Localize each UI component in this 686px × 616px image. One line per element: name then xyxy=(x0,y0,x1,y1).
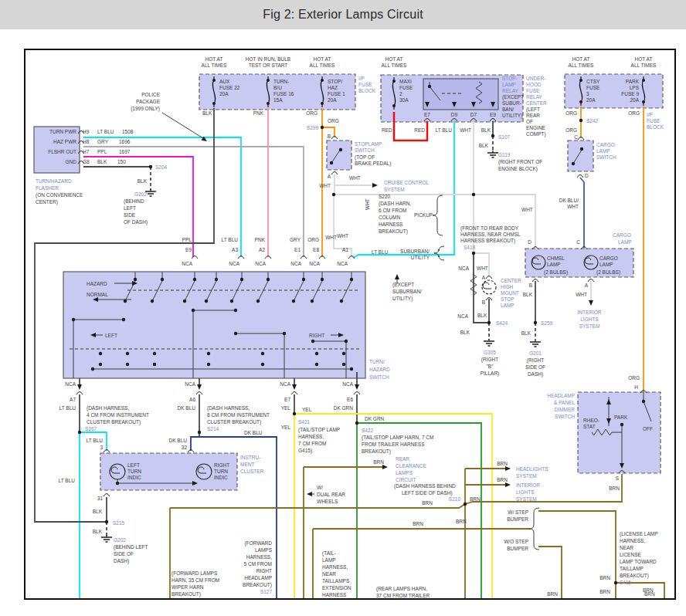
diagram-label: & PANEL xyxy=(554,400,575,405)
diagram-label: WHT xyxy=(460,127,471,133)
diagram-label: NCA xyxy=(337,261,348,266)
junction-dot xyxy=(345,340,348,343)
diagram-label: LEFT xyxy=(127,462,140,468)
diagram-label: GRY xyxy=(97,139,109,144)
diagram-label: FUSE xyxy=(399,85,413,90)
diagram-label: STOP xyxy=(501,296,514,302)
diagram-label: CLEARANCE xyxy=(396,463,426,469)
diagram-label: DASH) xyxy=(528,371,543,377)
junction-dot xyxy=(472,252,475,255)
ground-icon xyxy=(487,151,498,157)
diagram-label: (RIGHT FRONT OF xyxy=(498,159,542,165)
diagram-label: A2 xyxy=(259,247,265,252)
diagram-label: BLK xyxy=(481,127,491,133)
diagram-label: TURN/ xyxy=(369,359,385,364)
junction-dot xyxy=(261,352,264,355)
component-box xyxy=(568,140,593,171)
diagram-label: S415 xyxy=(620,580,632,585)
diagram-label: C xyxy=(574,134,578,140)
diagram-label: TAILLAMPS xyxy=(322,578,350,584)
junction-dot xyxy=(283,332,286,335)
diagram-label: BREAKOUT) xyxy=(243,582,272,588)
diagram-label: A7 xyxy=(70,397,76,402)
diagram-label: CRUISE CONTROL xyxy=(384,180,430,185)
diagram-label: SWITCH xyxy=(369,374,389,380)
diagram-label: YEL xyxy=(281,405,291,411)
diagram-label: CARGO xyxy=(613,232,631,238)
diagram-label: (DASH HARNESS, xyxy=(87,405,129,411)
diagram-label: WHT xyxy=(365,198,370,210)
diagram-label: G202 xyxy=(114,537,126,543)
junction-dot xyxy=(292,300,295,303)
diagram-label: UTILITY xyxy=(411,255,430,260)
diagram-label: BRN xyxy=(599,575,610,580)
diagram-label: (RIGHT xyxy=(527,357,544,364)
diagram-label: HOT IN RUN, BULB xyxy=(246,56,290,62)
diagram-label: ORG xyxy=(628,375,640,381)
diagram-label: BRN xyxy=(456,519,467,524)
diagram-label: ORG xyxy=(565,110,577,116)
diagram-label: LT BLU xyxy=(87,438,104,443)
diagram-label: NCA xyxy=(185,381,195,387)
junction-dot xyxy=(134,278,137,281)
diagram-label: BLOCK xyxy=(647,124,664,130)
diagram-label: INTERIOR xyxy=(577,310,601,315)
diagram-label: NCA xyxy=(229,261,239,266)
diagram-label: BRN xyxy=(422,500,433,506)
fuse-terminal xyxy=(212,102,216,105)
diagram-label: NCA xyxy=(255,261,266,266)
diagram-label: E9 xyxy=(185,247,192,252)
diagram-label: (FORWARD LAMPS xyxy=(172,570,218,577)
diagram-label: BRN xyxy=(497,461,508,466)
brace xyxy=(433,195,443,235)
junction-dot xyxy=(311,340,314,343)
diagram-label: LEFT xyxy=(105,333,117,338)
diagram-label: 4 CM FROM INSTRUMENT xyxy=(87,412,149,418)
arrowhead xyxy=(372,183,378,188)
junction-dot xyxy=(207,352,210,355)
diagram-label: TURN- xyxy=(273,79,289,84)
diagram-label: (FORWARD xyxy=(245,540,273,547)
diagram-label: CLUSTER BREAKOUT) xyxy=(207,419,261,425)
diagram-label: LT BLU xyxy=(436,127,453,133)
diagram-label: 1697 xyxy=(119,149,131,154)
diagram-label: ALL TIMES xyxy=(382,63,408,68)
diagram-label: 20A xyxy=(328,97,337,103)
diagram-label: LAMP xyxy=(599,262,613,267)
wire-brn xyxy=(538,547,562,598)
wiring-diagram: HOT ATALL TIMESHOT IN RUN, BULBTEST OR S… xyxy=(0,0,686,616)
diagram-label: (TAIL/STOP LAMP HARN, 7 CM xyxy=(362,435,433,441)
diagram-label: POLICE xyxy=(141,92,161,97)
junction-dot xyxy=(99,352,102,355)
diagram-label: C xyxy=(576,239,580,245)
diagram-label: BRN xyxy=(497,477,508,482)
junction-dot xyxy=(487,321,491,324)
diagram-label: 2 xyxy=(399,91,402,96)
diagram-label: INDIC xyxy=(127,475,141,480)
diagram-label: (BEHIND xyxy=(124,198,144,205)
diagram-label: RED xyxy=(414,127,425,133)
diagram-label: RIGHT xyxy=(214,462,229,468)
connector-arc xyxy=(577,175,583,178)
diagram-label: PNK xyxy=(255,237,266,242)
diagram-label: NEAR xyxy=(620,545,633,550)
diagram-label: H8 xyxy=(83,139,90,144)
diagram-label: S210 xyxy=(449,496,461,502)
junction-dot xyxy=(153,363,156,366)
diagram-label: TURN xyxy=(214,469,228,474)
diagram-label: NCA xyxy=(457,313,468,319)
diagram-label: LAMPS xyxy=(255,547,273,553)
connector-arc xyxy=(104,494,110,497)
junction-dot xyxy=(151,300,154,303)
fuse-terminal xyxy=(579,100,582,103)
diagram-label: LT BLU xyxy=(372,249,389,255)
diagram-label: LAMP TOWARD xyxy=(620,559,657,564)
junction-dot xyxy=(205,300,208,303)
diagram-label: 3 xyxy=(586,91,589,96)
junction-dot xyxy=(491,134,494,137)
diagram-label: LT BLU xyxy=(59,478,76,483)
diagram-label: RIGHT xyxy=(309,333,324,338)
lamp-icon xyxy=(482,280,496,294)
diagram-label: HARNESS, xyxy=(298,434,324,439)
diagram-label: COMPT) xyxy=(526,131,546,137)
